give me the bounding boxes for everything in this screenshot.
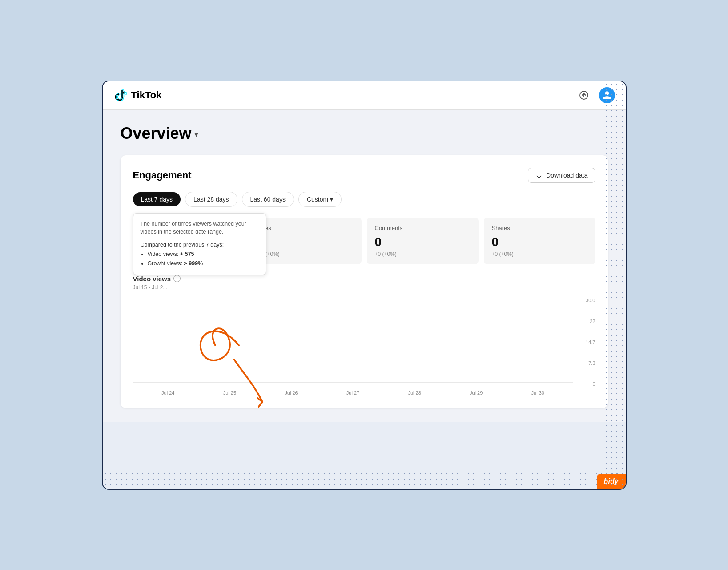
- stat-likes-value: 0: [258, 235, 354, 249]
- brand: TikTok: [113, 88, 162, 102]
- tooltip-bullets: Video views: + 575 Growht views: > 999%: [146, 250, 259, 268]
- x-label-jul26: Jul 26: [261, 390, 322, 396]
- tooltip-comparison: Compared to the previous 7 days: Video v…: [141, 241, 259, 267]
- tooltip-bullet-2: Growht views: > 999%: [148, 259, 259, 268]
- upload-icon[interactable]: [576, 87, 592, 103]
- stats-row: The number of times viewers watched your…: [133, 218, 595, 264]
- x-label-jul28: Jul 28: [384, 390, 446, 396]
- stat-comments-change: +0 (+0%): [375, 251, 471, 257]
- x-label-jul24: Jul 24: [137, 390, 199, 396]
- brand-title: TikTok: [131, 89, 162, 101]
- tooltip-comparison-title: Compared to the previous 7 days:: [141, 242, 224, 248]
- y-label-22: 22: [586, 319, 595, 324]
- chart-bars: [133, 298, 595, 396]
- filter-last7days[interactable]: Last 7 days: [133, 192, 181, 206]
- stat-shares-value: 0: [492, 235, 587, 249]
- x-label-jul25: Jul 25: [199, 390, 261, 396]
- x-labels: Jul 24 Jul 25 Jul 26 Jul 27 Jul 28 Jul 2…: [133, 390, 573, 396]
- stat-comments-value: 0: [375, 235, 471, 249]
- download-label: Download data: [546, 172, 587, 179]
- navbar-actions: [576, 87, 615, 103]
- tooltip-description: The number of times viewers watched your…: [141, 220, 259, 237]
- tooltip-bullet-1: Video views: + 575: [148, 250, 259, 259]
- y-label-0: 0: [586, 381, 595, 387]
- page-title: Overview: [121, 124, 192, 143]
- stat-shares-change: +0 (+0%): [492, 251, 587, 257]
- user-avatar[interactable]: [599, 87, 615, 103]
- y-label-73: 7.3: [586, 360, 595, 366]
- x-label-jul27: Jul 27: [322, 390, 384, 396]
- download-button[interactable]: Download data: [528, 168, 595, 183]
- tooltip: The number of times viewers watched your…: [133, 213, 266, 275]
- info-icon[interactable]: i: [173, 275, 181, 282]
- tiktok-logo-icon: [113, 88, 128, 102]
- filter-custom[interactable]: Custom ▾: [298, 192, 342, 207]
- video-views-title: Video views: [133, 275, 171, 283]
- stat-likes-change: +0 (+0%): [258, 251, 354, 257]
- app-window: TikTok Overview ▾: [102, 81, 627, 490]
- stat-comments: Comments 0 +0 (+0%): [367, 218, 479, 264]
- main-content: Overview ▾ Engagement Download data Last…: [103, 110, 626, 422]
- video-views-section: Video views i Jul 15 - Jul 2...: [133, 275, 595, 396]
- filter-last60days[interactable]: Last 60 days: [242, 192, 294, 207]
- video-views-subtitle: Jul 15 - Jul 2...: [133, 284, 595, 291]
- navbar: TikTok: [103, 81, 626, 110]
- y-label-147: 14.7: [586, 340, 595, 345]
- stat-likes-label: Likes: [258, 225, 354, 231]
- chart-y-axis: 30.0 22 14.7 7.3 0: [586, 298, 595, 396]
- page-header: Overview ▾: [121, 124, 608, 143]
- filter-last28days[interactable]: Last 28 days: [185, 192, 237, 207]
- stat-comments-label: Comments: [375, 225, 471, 231]
- card-header: Engagement Download data: [133, 168, 595, 183]
- video-views-header: Video views i: [133, 275, 595, 283]
- y-label-30: 30.0: [586, 298, 595, 303]
- stat-shares: Shares 0 +0 (+0%): [484, 218, 595, 264]
- x-label-jul29: Jul 29: [445, 390, 507, 396]
- custom-dropdown-arrow: ▾: [330, 196, 333, 203]
- engagement-title: Engagement: [133, 170, 192, 181]
- date-range-row: Last 7 days Last 28 days Last 60 days Cu…: [133, 192, 595, 207]
- download-icon: [535, 172, 543, 179]
- chart-container: 30.0 22 14.7 7.3 0 Jul 24 Jul 25 Jul 26 …: [133, 298, 595, 396]
- stat-shares-label: Shares: [492, 225, 587, 231]
- engagement-card: Engagement Download data Last 7 days Las…: [121, 155, 608, 408]
- stat-likes: Likes 0 +0 (+0%): [250, 218, 362, 264]
- overview-dropdown-arrow[interactable]: ▾: [194, 129, 198, 139]
- bitly-badge: bitly: [597, 474, 626, 489]
- x-label-jul30: Jul 30: [507, 390, 569, 396]
